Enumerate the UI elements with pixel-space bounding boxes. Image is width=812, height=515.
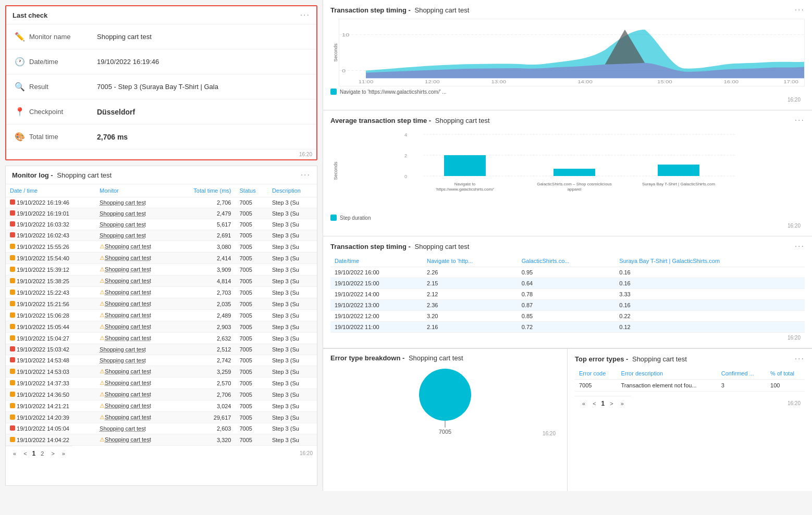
log-datetime: 19/10/2022 15:22:43 (6, 287, 95, 298)
err-last[interactable]: » (619, 399, 626, 408)
monitor-log-more[interactable]: ··· (301, 170, 311, 180)
log-monitor: ⚠Shopping cart test (95, 287, 175, 298)
warn-icon: ⚠ (100, 391, 105, 397)
table-row[interactable]: 19/10/2022 14:36:50 ⚠Shopping cart test … (6, 389, 317, 400)
prev-page-btn[interactable]: < (21, 449, 29, 458)
err-prev[interactable]: < (590, 399, 598, 408)
avg-more[interactable]: ··· (795, 116, 805, 125)
log-datetime: 19/10/2022 14:21:21 (6, 400, 95, 412)
step-row: 19/10/2022 13:00 2.36 0.87 0.16 (330, 300, 805, 311)
col-description: Description (268, 184, 317, 197)
log-status: 7005 (235, 230, 267, 241)
avg-chart-wrapper: Seconds 4 2 0 (330, 129, 805, 212)
step-galactic: 0.72 (518, 322, 616, 333)
table-row[interactable]: 19/10/2022 15:06:28 ⚠Shopping cart test … (6, 310, 317, 321)
table-row[interactable]: 19/10/2022 15:55:26 ⚠Shopping cart test … (6, 241, 317, 253)
st-col-galactic: GalacticShirts.co... (518, 255, 616, 267)
table-row[interactable]: 19/10/2022 15:05:44 ⚠Shopping cart test … (6, 321, 317, 333)
step-suraya: 0.16 (615, 267, 805, 278)
tt2-more[interactable]: ··· (795, 242, 805, 251)
log-totaltime: 2,035 (175, 298, 236, 310)
step-suraya: 0.16 (615, 300, 805, 311)
log-description: Step 3 (Su (268, 389, 317, 400)
log-monitor: ⚠Shopping cart test (95, 400, 175, 412)
log-monitor: Shopping cart test (95, 423, 175, 434)
log-totaltime: 2,414 (175, 253, 236, 264)
error-pagination-footer: « < 1 > » 16:20 (575, 396, 805, 411)
table-row[interactable]: 19/10/2022 16:03:32 Shopping cart test 5… (6, 219, 317, 230)
last-page-btn[interactable]: » (60, 449, 67, 458)
tt1-legend-label: Navigate to 'https://www.galacticshirts.… (340, 89, 446, 95)
avg-bar-chart: 4 2 0 Navigate to 'https://www.galactics… (339, 129, 805, 212)
table-row[interactable]: 19/10/2022 14:53:48 Shopping cart test 2… (6, 355, 317, 366)
svg-text:12:00: 12:00 (425, 79, 440, 84)
log-datetime: 19/10/2022 15:21:56 (6, 298, 95, 310)
table-row[interactable]: 19/10/2022 15:21:56 ⚠Shopping cart test … (6, 298, 317, 310)
table-row[interactable]: 19/10/2022 14:21:21 ⚠Shopping cart test … (6, 400, 317, 412)
pagination-footer: « < 1 2 > » 16:20 (6, 446, 317, 461)
et-col-code: Error code (575, 368, 617, 380)
result-value: 7005 - Step 3 (Suraya Bay T-Shirt | Gala (97, 83, 218, 91)
log-datetime: 19/10/2022 15:55:26 (6, 241, 95, 253)
svg-text:4: 4 (404, 132, 407, 137)
log-description: Step 3 (Su (268, 298, 317, 310)
svg-text:0: 0 (342, 68, 346, 73)
tet-more[interactable]: ··· (795, 354, 805, 363)
table-row[interactable]: 19/10/2022 16:19:01 Shopping cart test 2… (6, 208, 317, 219)
step-galactic: 0.95 (518, 267, 616, 278)
err-current: 1 (601, 400, 605, 407)
last-check-more[interactable]: ··· (300, 10, 310, 20)
col-datetime: Date / time (6, 184, 95, 197)
svg-text:16:00: 16:00 (723, 79, 739, 84)
totaltime-value: 2,706 ms (97, 133, 128, 141)
page-2[interactable]: 2 (39, 449, 46, 458)
error-pct: 100 (766, 380, 805, 392)
search-icon: 🔍 (15, 82, 29, 92)
log-status: 7005 (235, 264, 267, 275)
table-row[interactable]: 19/10/2022 15:03:42 Shopping cart test 2… (6, 344, 317, 355)
step-galactic: 0.87 (518, 300, 616, 311)
table-row[interactable]: 19/10/2022 14:53:03 ⚠Shopping cart test … (6, 366, 317, 378)
log-description: Step 3 (Su (268, 208, 317, 219)
log-datetime: 19/10/2022 16:03:32 (6, 219, 95, 230)
avg-transaction-panel: Average transaction step time - Shopping… (323, 110, 812, 236)
last-check-header: Last check ··· (6, 6, 316, 24)
first-page-btn[interactable]: « (11, 449, 18, 458)
err-next[interactable]: > (608, 399, 615, 408)
log-status: 7005 (235, 310, 267, 321)
tt1-more[interactable]: ··· (795, 5, 805, 15)
step-navigate: 2.12 (423, 289, 518, 300)
table-row[interactable]: 19/10/2022 15:38:25 ⚠Shopping cart test … (6, 275, 317, 287)
error-pagination: « < 1 > » (575, 396, 631, 411)
err-first[interactable]: « (580, 399, 587, 408)
log-totaltime: 2,570 (175, 378, 236, 389)
table-row[interactable]: 19/10/2022 15:04:27 ⚠Shopping cart test … (6, 333, 317, 344)
warn-icon: ⚠ (100, 255, 105, 261)
table-row[interactable]: 19/10/2022 14:04:22 ⚠Shopping cart test … (6, 434, 317, 446)
step-datetime: 19/10/2022 14:00 (330, 289, 423, 300)
table-row[interactable]: 19/10/2022 15:22:43 ⚠Shopping cart test … (6, 287, 317, 298)
tt1-title: Transaction step timing - Shopping cart … (330, 6, 469, 14)
step-row: 19/10/2022 11:00 2.16 0.72 0.12 (330, 322, 805, 333)
totaltime-row: 🎨 Total time 2,706 ms (6, 124, 316, 149)
table-row[interactable]: 19/10/2022 15:39:12 ⚠Shopping cart test … (6, 264, 317, 275)
log-description: Step 3 (Su (268, 264, 317, 275)
log-totaltime: 3,080 (175, 241, 236, 253)
table-row[interactable]: 19/10/2022 14:37:33 ⚠Shopping cart test … (6, 378, 317, 389)
table-row[interactable]: 19/10/2022 15:54:40 ⚠Shopping cart test … (6, 253, 317, 264)
table-row[interactable]: 19/10/2022 16:02:43 Shopping cart test 2… (6, 230, 317, 241)
table-row[interactable]: 19/10/2022 16:19:46 Shopping cart test 2… (6, 197, 317, 208)
table-row[interactable]: 19/10/2022 14:20:39 ⚠Shopping cart test … (6, 412, 317, 423)
log-totaltime: 2,703 (175, 287, 236, 298)
monitor-log-header: Monitor log - Shopping cart test ··· (6, 166, 317, 184)
log-monitor: ⚠Shopping cart test (95, 412, 175, 423)
log-datetime: 19/10/2022 16:02:43 (6, 230, 95, 241)
next-page-btn[interactable]: > (49, 449, 56, 458)
avg-svg: 4 2 0 Navigate to 'https://www.galactics… (339, 129, 805, 212)
table-row[interactable]: 19/10/2022 14:05:04 Shopping cart test 2… (6, 423, 317, 434)
log-description: Step 3 (Su (268, 241, 317, 253)
warn-icon: ⚠ (100, 323, 105, 330)
warn-icon: ⚠ (100, 278, 105, 284)
log-status: 7005 (235, 253, 267, 264)
clock-icon: 🕐 (15, 57, 29, 67)
